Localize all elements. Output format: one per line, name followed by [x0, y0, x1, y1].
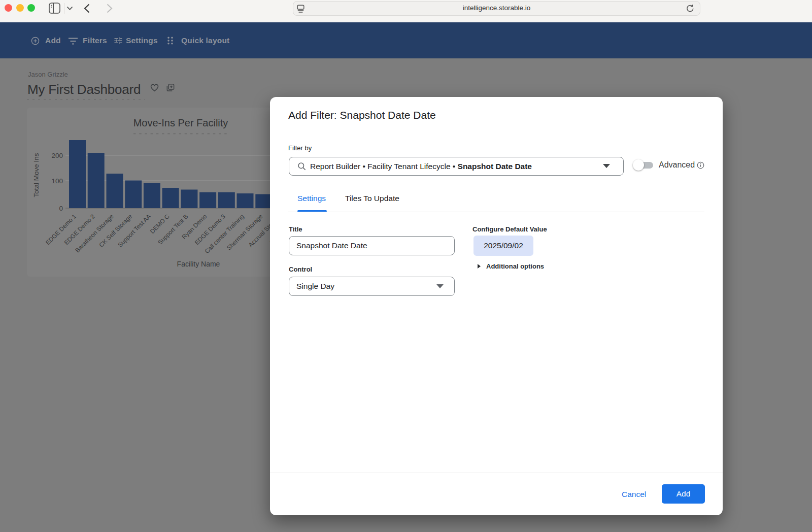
- svg-text:Support Test AA: Support Test AA: [116, 213, 152, 249]
- svg-text:200: 200: [51, 152, 63, 159]
- svg-text:Move-Ins Per Facility: Move-Ins Per Facility: [133, 117, 228, 128]
- svg-text:Facility Name: Facility Name: [177, 260, 220, 268]
- svg-text:0: 0: [59, 205, 63, 212]
- svg-text:Total Move Ins: Total Move Ins: [32, 153, 40, 197]
- svg-text:CK Self Storage: CK Self Storage: [98, 213, 134, 249]
- svg-text:100: 100: [51, 177, 63, 185]
